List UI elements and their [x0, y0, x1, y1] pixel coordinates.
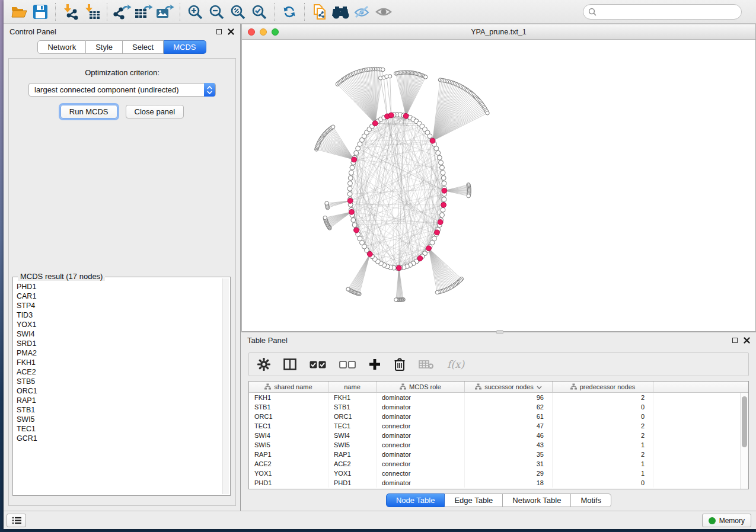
table-cell: 35 [465, 450, 553, 459]
table-cell: 29 [465, 469, 553, 478]
hide-selected-button[interactable] [352, 2, 373, 22]
column-header-shared-name[interactable]: shared name [249, 382, 328, 392]
open-session-button[interactable] [8, 2, 30, 22]
import-network-button[interactable] [60, 2, 81, 22]
table-row[interactable]: SWI4SWI4dominator462 [249, 431, 740, 440]
column-header-name[interactable]: name [328, 382, 377, 392]
mcds-result-item[interactable]: FKH1 [14, 358, 222, 367]
mcds-result-item[interactable]: GCR1 [14, 434, 222, 443]
mcds-result-item[interactable]: PMA2 [14, 348, 222, 358]
apply-layout-button[interactable] [279, 2, 300, 22]
mcds-result-item[interactable]: CAR1 [14, 291, 222, 301]
mcds-result-item[interactable]: STB1 [14, 405, 222, 415]
column-header-predecessor-nodes[interactable]: predecessor nodes [553, 382, 653, 392]
import-table-button[interactable] [81, 2, 103, 22]
optimization-criterion-select[interactable]: largest connected component (undirected) [28, 83, 216, 97]
table-cell: 2 [553, 421, 653, 431]
table-row[interactable]: YOX1YOX1connector291 [249, 469, 740, 478]
export-table-icon [134, 4, 153, 20]
mcds-result-item[interactable]: PHD1 [14, 282, 222, 291]
trash-icon [394, 358, 406, 371]
mcds-result-item[interactable]: YOX1 [14, 320, 222, 329]
table-scrollbar[interactable] [740, 393, 748, 489]
toolbar-separator [107, 3, 107, 21]
task-history-button[interactable] [7, 514, 26, 527]
tab-motifs[interactable]: Motifs [571, 493, 611, 507]
show-all-button[interactable] [373, 2, 394, 22]
table-cell: 0 [553, 402, 653, 412]
deselect-all-columns-button[interactable] [339, 355, 356, 373]
table-cell: SWI4 [328, 431, 377, 440]
search-network-button[interactable] [330, 2, 352, 22]
mcds-result-item[interactable]: SRD1 [14, 339, 222, 348]
table-cell: 2 [553, 431, 653, 440]
panel-splitter-handle[interactable] [496, 330, 503, 334]
table-row[interactable]: SWI5SWI5connector431 [249, 440, 740, 450]
tab-mcds[interactable]: MCDS [164, 40, 206, 54]
function-builder-button[interactable]: f(x) [447, 355, 464, 373]
mcds-result-item[interactable]: SWI4 [14, 329, 222, 339]
tab-node-table[interactable]: Node Table [386, 493, 445, 507]
show-column-button[interactable] [283, 355, 296, 373]
table-row[interactable]: ORC1ORC1dominator610 [249, 412, 740, 421]
close-panel-icon[interactable] [744, 337, 750, 344]
zoom-in-button[interactable] [184, 2, 206, 22]
mcds-result-item[interactable]: TID3 [14, 310, 222, 320]
table-row[interactable]: RAP1RAP1dominator352 [249, 450, 740, 459]
table-cell: ACE2 [328, 459, 377, 469]
delete-table-button[interactable] [419, 355, 434, 373]
tab-edge-table[interactable]: Edge Table [445, 493, 503, 507]
run-mcds-button[interactable]: Run MCDS [60, 105, 117, 118]
tab-network[interactable]: Network [37, 40, 86, 54]
mcds-result-item[interactable]: TEC1 [14, 424, 222, 434]
network-canvas[interactable] [242, 40, 755, 331]
add-column-button[interactable] [369, 355, 381, 373]
table-row[interactable]: STB1STB1dominator620 [249, 402, 740, 412]
mcds-result-item[interactable]: ORC1 [14, 386, 222, 396]
float-panel-icon[interactable] [216, 29, 222, 34]
table-row[interactable]: TEC1TEC1connector472 [249, 421, 740, 431]
column-header-successor-nodes[interactable]: successor nodes [465, 382, 553, 392]
table-cell: dominator [377, 450, 465, 459]
tree-icon [475, 383, 481, 391]
close-panel-button[interactable]: Close panel [126, 105, 184, 118]
table-cell: STB1 [328, 402, 377, 412]
mcds-result-scrollbar[interactable] [222, 278, 229, 494]
tab-select[interactable]: Select [123, 40, 164, 54]
close-panel-icon[interactable] [228, 28, 234, 35]
mcds-result-item[interactable]: RAP1 [14, 396, 222, 405]
mcds-result-item[interactable]: STB5 [14, 377, 222, 386]
new-network-from-selection-button[interactable] [309, 2, 330, 22]
zoom-out-button[interactable] [206, 2, 227, 22]
tab-style[interactable]: Style [86, 40, 123, 54]
table-scrollbar-thumb[interactable] [742, 396, 747, 447]
export-table-button[interactable] [133, 2, 154, 22]
table-row[interactable]: PHD1PHD1dominator180 [249, 478, 740, 488]
float-panel-icon[interactable] [732, 338, 738, 343]
sort-descending-icon [537, 383, 542, 390]
zoom-fit-button[interactable] [227, 2, 248, 22]
table-panel: Table Panel [241, 332, 756, 511]
column-header-MCDS-role[interactable]: MCDS role [377, 382, 465, 392]
mcds-result-item[interactable]: SWI5 [14, 415, 222, 424]
table-options-button[interactable] [257, 355, 270, 373]
toolbar-separator [274, 3, 275, 21]
select-all-columns-button[interactable] [310, 355, 326, 373]
table-row[interactable]: FKH1FKH1dominator962 [249, 393, 740, 402]
search-input[interactable] [583, 4, 742, 20]
save-session-button[interactable] [30, 2, 51, 22]
delete-column-button[interactable] [394, 355, 406, 373]
table-toolbar: f(x) [248, 352, 749, 376]
gear-icon [257, 358, 270, 371]
mcds-result-item[interactable]: STP4 [14, 301, 222, 310]
mcds-result-item[interactable]: ACE2 [14, 367, 222, 377]
export-network-button[interactable] [111, 2, 133, 22]
tab-network-table[interactable]: Network Table [503, 493, 571, 507]
tree-icon [264, 383, 271, 391]
memory-button[interactable]: Memory [702, 514, 751, 527]
table-row[interactable]: ACE2ACE2connector311 [249, 459, 740, 469]
table-cell: 0 [553, 412, 653, 421]
export-image-button[interactable] [154, 2, 176, 22]
table-cell: PHD1 [249, 478, 328, 488]
zoom-selected-button[interactable] [248, 2, 270, 22]
